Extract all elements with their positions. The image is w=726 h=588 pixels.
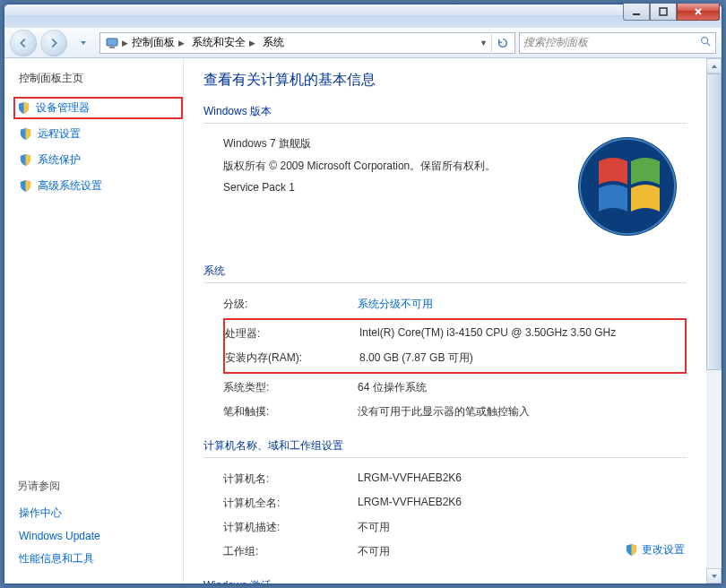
svg-point-4 — [702, 38, 708, 44]
breadcrumb[interactable]: ▶ 控制面板▶ 系统和安全▶ 系统 ▼ — [99, 32, 515, 54]
minimize-button[interactable] — [623, 4, 650, 21]
back-button[interactable] — [10, 30, 37, 56]
change-settings-link[interactable]: 更改设置 — [625, 542, 685, 558]
sidebar-task-link[interactable]: 高级系统设置 — [17, 175, 183, 197]
page-title: 查看有关计算机的基本信息 — [203, 71, 687, 90]
see-also-link[interactable]: 操作中心 — [17, 501, 183, 525]
navbar: ▶ 控制面板▶ 系统和安全▶ 系统 ▼ 搜索控制面板 — [4, 28, 722, 58]
system-body: 分级:系统分级不可用处理器:Intel(R) Core(TM) i3-4150 … — [203, 292, 687, 424]
breadcrumb-segment[interactable]: 系统 — [259, 33, 288, 53]
shield-icon — [19, 153, 32, 167]
scroll-thumb[interactable] — [706, 74, 722, 370]
breadcrumb-dropdown[interactable]: ▼ — [476, 33, 491, 53]
recent-pages-button[interactable] — [71, 31, 96, 55]
computer-name-row: 计算机全名:LRGM-VVFHAEB2K6 — [223, 491, 687, 515]
info-value: Intel(R) Core(TM) i3-4150 CPU @ 3.50GHz … — [359, 326, 685, 342]
info-key: 笔和触摸: — [223, 404, 358, 419]
svg-point-5 — [578, 137, 677, 236]
info-key: 计算机描述: — [223, 520, 358, 535]
system-properties-window: ▶ 控制面板▶ 系统和安全▶ 系统 ▼ 搜索控制面板 控制面板主页 设备管理器远… — [4, 4, 722, 584]
sidebar-task-link[interactable]: 设备管理器 — [13, 97, 183, 119]
sidebar-task-link[interactable]: 远程设置 — [17, 123, 183, 145]
see-also-link[interactable]: 性能信息和工具 — [17, 547, 183, 571]
breadcrumb-segment[interactable]: 控制面板▶ — [128, 33, 188, 53]
search-icon — [699, 35, 712, 50]
system-info-row: 分级:系统分级不可用 — [223, 292, 687, 316]
info-value: LRGM-VVFHAEB2K6 — [358, 496, 687, 511]
info-value: 不可用 — [358, 520, 687, 535]
shield-icon — [19, 179, 32, 193]
vertical-scrollbar[interactable] — [706, 58, 722, 584]
see-also-title: 另请参阅 — [17, 479, 183, 494]
shield-icon — [625, 543, 638, 557]
system-info-row: 系统类型:64 位操作系统 — [223, 376, 687, 400]
section-windows-edition: Windows 版本 — [203, 104, 687, 124]
chevron-right-icon: ▶ — [178, 39, 185, 48]
content-area: 控制面板主页 设备管理器远程设置系统保护高级系统设置 另请参阅 操作中心Wind… — [4, 58, 722, 584]
search-placeholder: 搜索控制面板 — [523, 35, 588, 50]
svg-rect-1 — [660, 8, 667, 15]
main-panel: 查看有关计算机的基本信息 Windows 版本 Windows 7 旗舰版 版权… — [184, 58, 706, 584]
info-value: 8.00 GB (7.87 GB 可用) — [359, 350, 685, 366]
computer-name-body: 计算机名:LRGM-VVFHAEB2K6计算机全名:LRGM-VVFHAEB2K… — [203, 467, 687, 564]
system-info-row: 安装内存(RAM):8.00 GB (7.87 GB 可用) — [225, 346, 685, 370]
info-key: 系统类型: — [223, 380, 358, 395]
sidebar-task-link[interactable]: 系统保护 — [17, 149, 183, 171]
shield-icon — [17, 101, 30, 115]
sidebar-task-links: 设备管理器远程设置系统保护高级系统设置 — [17, 97, 183, 201]
svg-rect-3 — [109, 47, 115, 48]
control-panel-home-link[interactable]: 控制面板主页 — [17, 71, 183, 86]
window-buttons — [623, 4, 720, 21]
svg-rect-2 — [107, 39, 117, 46]
info-key: 安装内存(RAM): — [225, 350, 359, 366]
info-value: LRGM-VVFHAEB2K6 — [358, 471, 687, 487]
info-value: 没有可用于此显示器的笔或触控输入 — [358, 404, 687, 419]
search-input[interactable]: 搜索控制面板 — [519, 32, 716, 54]
highlighted-specs: 处理器:Intel(R) Core(TM) i3-4150 CPU @ 3.50… — [223, 318, 687, 374]
sidebar: 控制面板主页 设备管理器远程设置系统保护高级系统设置 另请参阅 操作中心Wind… — [4, 58, 184, 584]
info-key: 工作组: — [223, 544, 358, 559]
forward-button[interactable] — [40, 30, 67, 56]
shield-icon — [19, 127, 32, 141]
system-info-row: 处理器:Intel(R) Core(TM) i3-4150 CPU @ 3.50… — [225, 322, 685, 346]
info-value: 64 位操作系统 — [358, 380, 687, 395]
scroll-down-button[interactable] — [706, 568, 722, 584]
see-also-section: 另请参阅 操作中心Windows Update性能信息和工具 — [17, 479, 183, 571]
scroll-track[interactable] — [706, 74, 722, 568]
computer-name-row: 计算机描述:不可用 — [223, 515, 687, 540]
section-computer-name: 计算机名称、域和工作组设置 — [203, 438, 687, 458]
see-also-link[interactable]: Windows Update — [17, 525, 183, 547]
computer-icon — [104, 35, 120, 51]
chevron-right-icon: ▶ — [122, 39, 128, 48]
rating-link[interactable]: 系统分级不可用 — [358, 298, 433, 310]
titlebar — [4, 4, 722, 28]
refresh-button[interactable] — [491, 32, 513, 54]
system-info-row: 笔和触摸:没有可用于此显示器的笔或触控输入 — [223, 400, 687, 424]
windows-logo — [574, 133, 681, 240]
info-value: 系统分级不可用 — [358, 297, 687, 312]
chevron-right-icon: ▶ — [249, 39, 255, 48]
breadcrumb-segment[interactable]: 系统和安全▶ — [188, 33, 259, 53]
section-system: 系统 — [203, 264, 687, 283]
svg-rect-0 — [633, 13, 640, 15]
info-key: 计算机名: — [223, 471, 358, 487]
info-key: 分级: — [223, 297, 358, 312]
computer-name-row: 工作组:不可用 — [223, 540, 687, 564]
section-activation: Windows 激活 — [203, 578, 687, 584]
maximize-button[interactable] — [650, 4, 677, 21]
info-key: 计算机全名: — [223, 496, 358, 511]
scroll-up-button[interactable] — [706, 58, 722, 74]
computer-name-row: 计算机名:LRGM-VVFHAEB2K6 — [223, 467, 687, 491]
close-button[interactable] — [677, 4, 720, 21]
info-key: 处理器: — [225, 326, 359, 342]
